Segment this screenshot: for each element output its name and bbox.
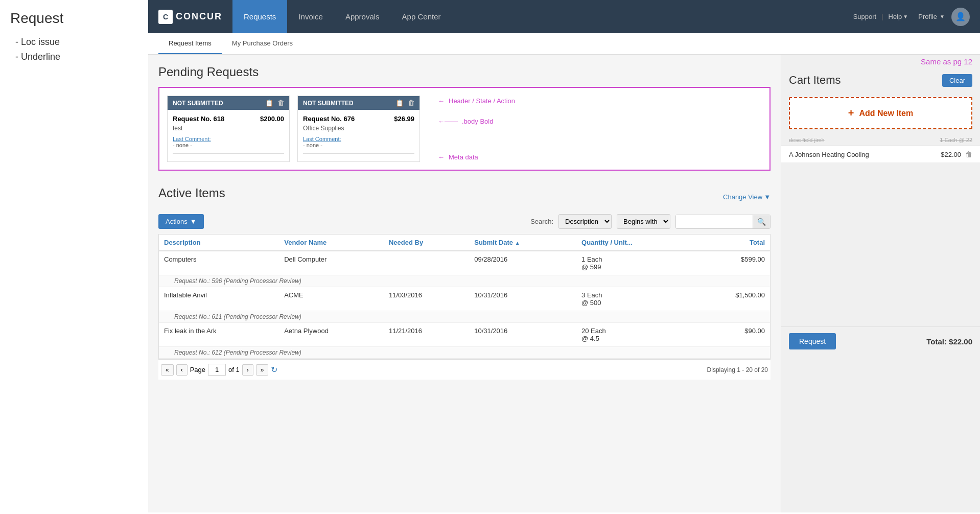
add-new-item-label: Add New Item — [859, 109, 913, 118]
card-2-request-no: Request No. 676 — [303, 115, 355, 123]
col-submit-date[interactable]: Submit Date ▲ — [469, 235, 576, 251]
page-refresh-icon[interactable]: ↻ — [271, 365, 277, 375]
actions-label: Actions — [166, 218, 188, 225]
cart-item-row: A Johnson Heating Cooling $22.00 🗑 — [781, 146, 980, 163]
page-prev-button[interactable]: ‹ — [176, 364, 188, 376]
nav-approvals[interactable]: Approvals — [334, 0, 391, 33]
annotation-list: Loc issue Underline — [10, 37, 138, 62]
nav-requests[interactable]: Requests — [232, 0, 287, 33]
pagination-bar: « ‹ Page of 1 › » ↻ Displaying 1 - 20 of… — [158, 359, 771, 380]
request-card-1-header: NOT SUBMITTED 📋 🗑 — [168, 96, 289, 110]
cart-sidebar: Same as pg 12 Cart Items Clear + Add New… — [781, 55, 980, 512]
page-first-button[interactable]: « — [161, 364, 174, 376]
brand-logo[interactable]: C CONCUR — [158, 10, 222, 24]
nav-app-center[interactable]: App Center — [391, 0, 452, 33]
cart-header: Cart Items Clear — [781, 66, 980, 92]
annotation-body-bold: .body Bold — [462, 118, 493, 125]
profile-button[interactable]: Profile ▼ 👤 — [918, 8, 970, 26]
navbar-right: Support | Help ▼ Profile ▼ 👤 — [853, 8, 980, 26]
cell-submit-date: 09/28/2016 — [469, 251, 576, 275]
cell-vendor: ACME — [279, 287, 384, 311]
search-field-select[interactable]: Description — [558, 214, 612, 229]
annotation-header-state: Header / State / Action — [449, 97, 515, 105]
card-1-last-comment: - none - — [173, 142, 192, 148]
sub-nav-request-items[interactable]: Request Items — [158, 33, 222, 54]
sub-row-text: Request No.: 596 (Pending Processor Revi… — [159, 275, 770, 287]
active-items-table: Description Vendor Name Needed By Submit… — [159, 235, 770, 359]
cell-needed-by: 11/21/2016 — [384, 323, 469, 347]
annotation-meta: Meta data — [449, 153, 478, 161]
search-input-wrap: 🔍 — [675, 215, 771, 229]
card-1-amount: $200.00 — [260, 115, 284, 123]
cart-title: Cart Items — [789, 74, 841, 87]
cell-quantity: 20 Each @ 4.5 — [576, 323, 694, 347]
card-1-delete-icon[interactable]: 🗑 — [277, 99, 284, 107]
clear-button[interactable]: Clear — [942, 74, 972, 87]
actions-chevron-icon: ▼ — [190, 218, 197, 225]
page-number-input[interactable] — [208, 364, 226, 376]
arrow-1: ← — [438, 97, 445, 105]
change-view-label: Change View — [723, 193, 762, 201]
card-1-copy-icon[interactable]: 📋 — [265, 99, 273, 107]
col-vendor[interactable]: Vendor Name — [279, 235, 384, 251]
sub-row-text: Request No.: 611 (Pending Processor Revi… — [159, 311, 770, 323]
change-view-button[interactable]: Change View ▼ — [723, 193, 771, 201]
cart-item-header-price: 1 Each @ 22 — [940, 137, 972, 143]
support-link[interactable]: Support — [853, 13, 877, 20]
cell-submit-date: 10/31/2016 — [469, 287, 576, 311]
table-row-sub: Request No.: 611 (Pending Processor Revi… — [159, 311, 770, 323]
cell-submit-date: 10/31/2016 — [469, 323, 576, 347]
card-1-desc: test — [173, 125, 284, 132]
annotation-item-2: Underline — [15, 52, 138, 62]
sub-nav-purchase-orders[interactable]: My Purchase Orders — [222, 33, 303, 54]
cell-vendor: Aetna Plywood — [279, 323, 384, 347]
col-description[interactable]: Description — [159, 235, 279, 251]
help-link[interactable]: Help — [889, 13, 902, 20]
main-content: Pending Requests NOT SUBMITTED 📋 🗑 Reque… — [148, 55, 781, 512]
request-card-2-header: NOT SUBMITTED 📋 🗑 — [298, 96, 419, 110]
navbar: C CONCUR Requests Invoice Approvals App … — [148, 0, 980, 33]
search-label: Search: — [530, 218, 553, 225]
cell-quantity: 1 Each @ 599 — [576, 251, 694, 275]
cart-item-header-desc: desc field jimh — [789, 137, 825, 143]
actions-button[interactable]: Actions ▼ — [158, 214, 204, 229]
annotation-panel: Request Loc issue Underline — [0, 0, 148, 77]
page-next-button[interactable]: › — [242, 364, 253, 376]
request-card-2: NOT SUBMITTED 📋 🗑 Request No. 676 $26.99… — [297, 96, 420, 162]
search-input[interactable] — [676, 215, 753, 228]
begins-with-select[interactable]: Begins with — [617, 214, 670, 229]
concur-icon: C — [158, 10, 173, 24]
card-2-last-comment-label[interactable]: Last Comment: — [303, 136, 341, 142]
card-1-last-comment-label[interactable]: Last Comment: — [173, 136, 211, 142]
card-2-copy-icon[interactable]: 📋 — [395, 99, 404, 107]
cell-total: $1,500.00 — [694, 287, 770, 311]
pending-requests-title: Pending Requests — [158, 65, 771, 79]
cell-description: Inflatable Anvil — [159, 287, 279, 311]
pending-requests-grid: NOT SUBMITTED 📋 🗑 Request No. 618 $200.0… — [158, 87, 771, 171]
cell-total: $599.00 — [694, 251, 770, 275]
request-button[interactable]: Request — [789, 333, 836, 349]
active-items-header: Active Items Change View ▼ — [158, 186, 771, 208]
same-as-label: Same as pg 12 — [781, 55, 980, 66]
cart-item-price: $22.00 — [941, 151, 961, 158]
table-row: Fix leak in the Ark Aetna Plywood 11/21/… — [159, 323, 770, 347]
card-1-status: NOT SUBMITTED — [173, 100, 223, 107]
cart-item-delete-icon[interactable]: 🗑 — [965, 150, 972, 158]
col-quantity[interactable]: Quantity / Unit... — [576, 235, 694, 251]
cell-quantity: 3 Each @ 500 — [576, 287, 694, 311]
page-last-button[interactable]: » — [256, 364, 269, 376]
search-submit-button[interactable]: 🔍 — [753, 215, 770, 228]
col-needed-by[interactable]: Needed By — [384, 235, 469, 251]
col-total[interactable]: Total — [694, 235, 770, 251]
page-of-label: of 1 — [228, 366, 240, 373]
nav-invoice[interactable]: Invoice — [287, 0, 334, 33]
arrow-3: ← — [438, 153, 445, 161]
arrow-annotations: ← Header / State / Action ←—— .body Bold… — [428, 96, 515, 162]
change-view-icon: ▼ — [764, 193, 771, 201]
card-2-delete-icon[interactable]: 🗑 — [408, 99, 414, 107]
cell-description: Fix leak in the Ark — [159, 323, 279, 347]
add-new-item-button[interactable]: + Add New Item — [789, 97, 972, 129]
card-2-amount: $26.99 — [394, 115, 414, 123]
table-row: Computers Dell Computer 09/28/2016 1 Eac… — [159, 251, 770, 275]
table-row-sub: Request No.: 596 (Pending Processor Revi… — [159, 275, 770, 287]
